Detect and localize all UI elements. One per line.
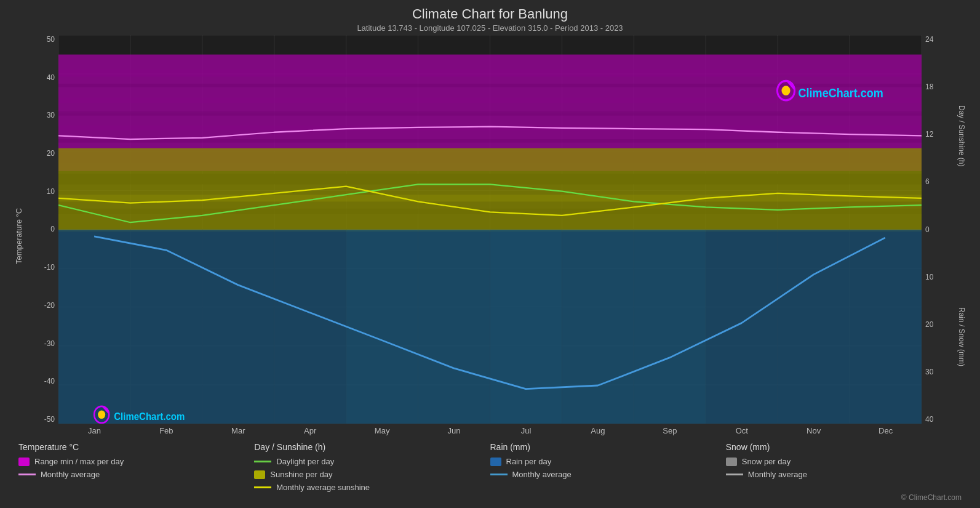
x-label-jul: Jul [490, 426, 562, 437]
legend-line-temp-avg [18, 474, 36, 475]
chart-area-wrapper: Temperature °C 50 40 30 20 10 0 -10 -20 … [12, 35, 968, 437]
legend-label-temp-avg: Monthly average [41, 470, 100, 479]
x-label-may: May [346, 426, 418, 437]
y-right-rain-20: 20 [925, 320, 933, 329]
legend-swatch-temp-range [18, 458, 30, 466]
legend-swatch-snow [726, 458, 737, 466]
legend-area: Temperature °C Range min / max per day M… [12, 442, 968, 492]
legend-line-daylight [254, 461, 271, 462]
legend-col-sunshine: Day / Sunshine (h) Daylight per day Suns… [254, 442, 490, 492]
x-label-jun: Jun [418, 426, 490, 437]
svg-rect-45 [562, 230, 634, 424]
svg-rect-47 [706, 230, 778, 424]
legend-label-daylight: Daylight per day [276, 457, 334, 466]
svg-rect-33 [58, 148, 922, 232]
y-axis-title-left: Temperature °C [12, 35, 25, 437]
legend-item-sunshine-swatch: Sunshine per day [254, 470, 490, 479]
svg-text:ClimeChart.com: ClimeChart.com [114, 411, 185, 422]
svg-point-55 [98, 411, 105, 419]
y-left-0: 0 [50, 225, 55, 233]
legend-label-sunshine-avg: Monthly average sunshine [276, 483, 370, 492]
legend-line-snow-avg [726, 474, 743, 475]
chart-svg-area: ClimeChart.com ClimeChart.com [58, 35, 922, 424]
x-label-jan: Jan [58, 426, 130, 437]
legend-item-rain-avg: Monthly average [490, 470, 726, 479]
x-label-nov: Nov [778, 426, 850, 437]
svg-rect-38 [58, 230, 130, 424]
y-right-18: 18 [925, 83, 933, 91]
legend-item-daylight: Daylight per day [254, 457, 490, 466]
x-label-aug: Aug [562, 426, 634, 437]
svg-rect-42 [346, 230, 418, 424]
x-label-oct: Oct [706, 426, 778, 437]
y-axis-right: 24 18 12 6 0 10 20 30 40 [922, 35, 955, 437]
y-left-n50: -50 [44, 415, 55, 424]
svg-point-52 [782, 86, 791, 95]
x-label-mar: Mar [202, 426, 274, 437]
legend-line-sunshine-avg [254, 486, 271, 488]
y-left-40: 40 [47, 73, 55, 82]
legend-line-rain-avg [490, 474, 508, 475]
y-right-12: 12 [925, 130, 933, 139]
x-label-feb: Feb [130, 426, 202, 437]
x-label-dec: Dec [850, 426, 922, 437]
y-left-50: 50 [47, 35, 55, 44]
legend-title-rain: Rain (mm) [490, 442, 726, 452]
svg-rect-34 [58, 174, 922, 184]
legend-label-snow-swatch: Snow per day [742, 457, 791, 466]
svg-rect-29 [58, 111, 922, 116]
legend-swatch-sunshine [254, 470, 265, 479]
svg-rect-44 [490, 230, 562, 424]
y-left-n40: -40 [44, 377, 55, 385]
svg-rect-49 [850, 230, 922, 424]
y-axis-title-right-top: Day / Sunshine (h) [955, 35, 968, 236]
y-left-n30: -30 [44, 339, 55, 348]
legend-title-temperature: Temperature °C [18, 442, 254, 452]
x-label-sep: Sep [634, 426, 706, 437]
chart-header: Climate Chart for Banlung Latitude 13.74… [12, 6, 968, 33]
chart-container: Climate Chart for Banlung Latitude 13.74… [0, 0, 980, 508]
chart-title: Climate Chart for Banlung [12, 6, 968, 22]
svg-rect-46 [634, 230, 706, 424]
legend-item-temp-avg: Monthly average [18, 470, 254, 479]
svg-rect-26 [58, 70, 922, 76]
y-axis-title-right-bottom: Rain / Snow (mm) [955, 236, 968, 438]
y-left-10: 10 [47, 187, 55, 196]
x-label-apr: Apr [274, 426, 346, 437]
y-right-0: 0 [925, 225, 930, 234]
y-right-rain-30: 30 [925, 368, 933, 376]
legend-title-snow: Snow (mm) [726, 442, 962, 452]
legend-label-rain-swatch: Rain per day [506, 457, 552, 466]
legend-label-snow-avg: Monthly average [748, 470, 807, 479]
legend-title-sunshine: Day / Sunshine (h) [254, 442, 490, 452]
y-right-rain-40: 40 [925, 415, 933, 424]
svg-rect-43 [418, 230, 490, 424]
y-right-6: 6 [925, 177, 930, 186]
y-left-n10: -10 [44, 263, 55, 272]
svg-rect-48 [778, 230, 850, 424]
y-right-rain-10: 10 [925, 273, 933, 281]
legend-item-snow-avg: Monthly average [726, 470, 962, 479]
legend-label-temp-range: Range min / max per day [34, 457, 124, 466]
legend-label-rain-avg: Monthly average [512, 470, 572, 479]
svg-rect-39 [130, 230, 202, 424]
legend-col-rain: Rain (mm) Rain per day Monthly average [490, 442, 726, 492]
legend-item-temp-range: Range min / max per day [18, 457, 254, 466]
copyright: © ClimeChart.com [12, 493, 968, 502]
legend-swatch-rain [490, 458, 501, 466]
svg-text:ClimeChart.com: ClimeChart.com [799, 86, 883, 100]
y-right-24: 24 [925, 35, 933, 44]
legend-item-snow-swatch: Snow per day [726, 457, 962, 466]
svg-rect-31 [58, 139, 922, 143]
svg-rect-40 [202, 230, 274, 424]
chart-main: ClimeChart.com ClimeChart.com Jan Feb Ma… [58, 35, 922, 437]
x-axis: Jan Feb Mar Apr May Jun Jul Aug Sep Oct … [58, 424, 922, 437]
y-axis-left: 50 40 30 20 10 0 -10 -20 -30 -40 -50 [25, 35, 58, 437]
chart-subtitle: Latitude 13.743 - Longitude 107.025 - El… [12, 23, 968, 33]
y-left-20: 20 [47, 149, 55, 158]
legend-item-rain-swatch: Rain per day [490, 457, 726, 466]
legend-item-sunshine-avg: Monthly average sunshine [254, 483, 490, 492]
legend-label-sunshine-swatch: Sunshine per day [270, 470, 332, 479]
legend-col-snow: Snow (mm) Snow per day Monthly average [726, 442, 962, 492]
y-left-n20: -20 [44, 301, 55, 310]
